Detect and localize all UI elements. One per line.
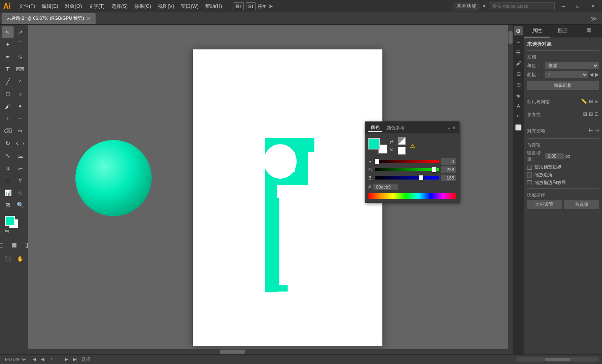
align-icon2[interactable]: ⊣ — [595, 128, 599, 133]
magic-wand-tool[interactable]: ✦ — [2, 39, 14, 50]
h-scrollbar-status[interactable] — [516, 357, 599, 362]
touch-type-tool[interactable]: ⌨ — [14, 63, 26, 75]
align-icon[interactable]: ⊟ — [514, 69, 523, 78]
color-panel-menu-icon[interactable]: ≡ — [448, 125, 450, 131]
tab-library[interactable]: 库 — [576, 25, 602, 37]
menu-file[interactable]: 文件(F) — [16, 0, 38, 12]
width-tool[interactable]: ⟜ — [14, 162, 26, 174]
cp-g-thumb[interactable] — [432, 167, 436, 172]
arc-tool[interactable]: ◜ — [14, 76, 26, 87]
minimize-button[interactable]: ─ — [558, 0, 569, 12]
kb-increment-input[interactable] — [545, 153, 564, 159]
add-anchor-tool[interactable]: + — [2, 113, 14, 124]
image-icon[interactable]: ⬜ — [514, 123, 523, 132]
artboard-tool[interactable]: ⬛ — [2, 253, 14, 264]
cp-g-input[interactable] — [441, 166, 456, 173]
eraser-tool[interactable]: ⌫ — [2, 125, 14, 137]
workspace-dropdown-icon[interactable]: ▾ — [483, 3, 485, 9]
chart-tool[interactable]: 📊 — [2, 187, 14, 198]
tab-collapse-icon[interactable]: ≫ — [588, 15, 600, 22]
pen-tool[interactable]: ✒ — [2, 51, 14, 63]
scale-stroke-checkbox[interactable] — [527, 180, 532, 185]
appearance-icon[interactable]: ◈ — [514, 91, 523, 100]
cp-fg-swatch[interactable] — [368, 138, 380, 149]
ellipse-tool[interactable]: ○ — [14, 88, 26, 100]
menu-object[interactable]: 对象(O) — [61, 0, 85, 12]
document-tab[interactable]: 未标题-2* @ 66.67% (RGB/GPU 预览) ✕ — [2, 13, 96, 24]
cp-b-input[interactable] — [441, 175, 456, 181]
guides-icon1[interactable]: ⊞ — [583, 111, 587, 117]
cp-b-thumb[interactable] — [419, 175, 423, 180]
guides-icon2[interactable]: ⊟ — [589, 111, 593, 117]
vertical-scrollbar[interactable] — [508, 25, 513, 354]
hand-tool[interactable]: ✋ — [14, 253, 26, 264]
canvas-prev-icon[interactable]: ◀ — [590, 72, 593, 77]
blob-brush-tool[interactable]: ✦ — [14, 100, 26, 112]
artboard-number-input[interactable] — [48, 356, 61, 363]
foreground-color-swatch[interactable] — [5, 216, 15, 226]
cp-reset-icon[interactable]: ⊙ — [390, 147, 394, 152]
warp-tool[interactable]: ≋ — [2, 162, 14, 174]
cp-hex-input[interactable] — [373, 184, 398, 190]
menu-window[interactable]: 窗口(W) — [178, 0, 202, 12]
tab-properties[interactable]: 属性 — [524, 25, 550, 37]
color-panel-close-icon[interactable]: ✕ — [452, 125, 456, 131]
line-tool[interactable]: ╱ — [2, 76, 14, 87]
preferences-button[interactable]: 首选项 — [564, 200, 599, 209]
lasso-tool[interactable]: ⌒ — [14, 39, 26, 50]
paintbrush-tool[interactable]: 🖌 — [2, 100, 14, 112]
page-last-nav[interactable]: ▶| — [72, 357, 78, 362]
gradient-icon[interactable]: ◑ — [21, 239, 28, 250]
scrollbar-h-thumb[interactable] — [220, 350, 245, 354]
color-ref-tab[interactable]: 颜色参考 — [384, 124, 407, 132]
selection-tool[interactable]: ↖ — [2, 26, 14, 38]
stock-icon[interactable]: St — [246, 2, 255, 10]
cp-white-swatch[interactable] — [398, 147, 406, 155]
h-scrollbar-thumb-status[interactable] — [545, 358, 570, 361]
fill-none-icon[interactable]: ◻ — [0, 239, 7, 250]
page-prev-nav[interactable]: ◀ — [40, 357, 45, 362]
search-input[interactable] — [489, 2, 555, 10]
doc-settings-button[interactable]: 文档设置 — [527, 200, 562, 209]
zoom-tool[interactable]: 🔍 — [14, 199, 26, 211]
zoom-select[interactable]: 66.67% — [3, 357, 27, 362]
delete-anchor-tool[interactable]: − — [14, 113, 26, 124]
cp-b-slider[interactable] — [375, 176, 439, 180]
transform-icon[interactable]: ⊡ — [514, 80, 523, 89]
menu-select[interactable]: 选择(S) — [108, 0, 131, 12]
cp-rotate-icon[interactable]: ⇄ — [390, 140, 394, 145]
tab-close-button[interactable]: ✕ — [87, 16, 91, 21]
grid-show-icon[interactable]: ⊞ — [589, 98, 593, 104]
menu-effect[interactable]: 效果(C) — [131, 0, 155, 12]
cp-none-swatch[interactable] — [398, 137, 406, 145]
scale-tool[interactable]: ⤡ — [2, 150, 14, 161]
symbol-tool[interactable]: ☆ — [14, 187, 26, 198]
scissors-tool[interactable]: ✂ — [14, 125, 26, 137]
cp-r-input[interactable] — [441, 158, 456, 165]
color-tab[interactable]: 颜色 — [368, 124, 382, 132]
page-next-nav[interactable]: ▶ — [64, 357, 69, 362]
shear-tool[interactable]: ⌳ — [14, 150, 26, 161]
page-first-nav[interactable]: |◀ — [30, 357, 37, 362]
direct-selection-tool[interactable]: ↗ — [14, 26, 26, 38]
swap-colors-icon[interactable] — [4, 228, 10, 234]
text-tool[interactable]: T — [2, 63, 14, 75]
scale-corners-checkbox[interactable] — [527, 173, 532, 177]
cp-r-slider[interactable] — [375, 160, 439, 163]
brush-icon[interactable]: 🖌 — [514, 58, 523, 68]
unit-select[interactable]: 像素 — [545, 62, 599, 69]
mesh-tool[interactable]: # — [14, 175, 26, 186]
slice-tool[interactable]: ⊠ — [2, 199, 14, 211]
horizontal-scrollbar[interactable] — [28, 349, 508, 354]
cp-spectrum-bar[interactable] — [368, 193, 456, 199]
menu-edit[interactable]: 编辑(E) — [38, 0, 61, 12]
tab-layers[interactable]: 图层 — [550, 25, 576, 37]
grid-icon[interactable]: ⊞▾ — [258, 3, 266, 9]
cp-g-slider[interactable] — [375, 168, 439, 171]
guides-icon3[interactable]: ⊡ — [595, 111, 599, 117]
share-icon[interactable]: ➤ — [268, 3, 273, 9]
canvas-next-icon[interactable]: ▶ — [595, 72, 599, 77]
rotate-tool[interactable]: ↻ — [2, 138, 14, 149]
library-icon[interactable]: ☰ — [514, 48, 523, 57]
cp-r-thumb[interactable] — [375, 159, 379, 164]
